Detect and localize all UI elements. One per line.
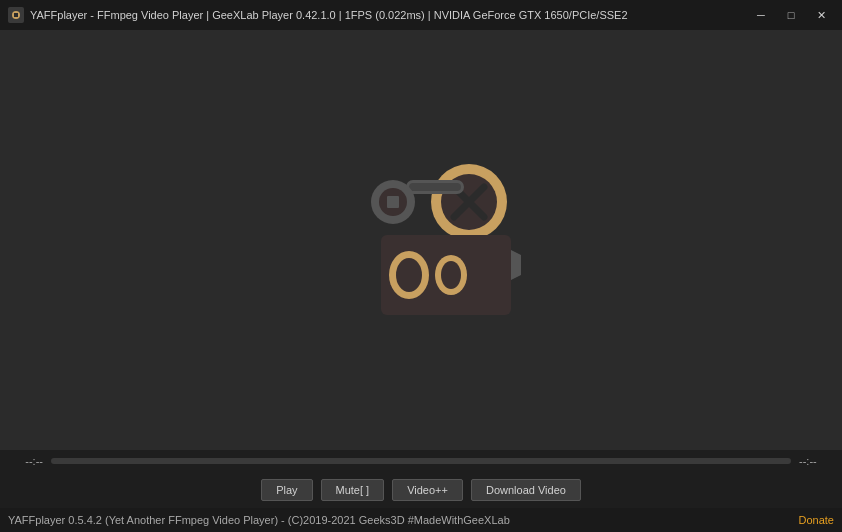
status-bar: YAFFplayer 0.5.4.2 (Yet Another FFmpeg V…	[0, 508, 842, 532]
mute-button[interactable]: Mute[ ]	[321, 479, 385, 501]
video-area	[0, 30, 842, 450]
progress-bar-area: --:-- --:--	[0, 450, 842, 472]
logo-container	[321, 140, 521, 340]
status-text: YAFFplayer 0.5.4.2 (Yet Another FFmpeg V…	[8, 514, 799, 526]
svg-point-14	[396, 258, 422, 292]
svg-rect-8	[409, 183, 461, 191]
svg-rect-2	[14, 13, 18, 17]
title-text: YAFFplayer - FFmpeg Video Player | GeeXL…	[30, 9, 628, 21]
svg-rect-11	[387, 196, 399, 208]
maximize-button[interactable]: □	[778, 5, 804, 25]
videopp-button[interactable]: Video++	[392, 479, 463, 501]
play-button[interactable]: Play	[261, 479, 312, 501]
minimize-button[interactable]: ─	[748, 5, 774, 25]
time-left: --:--	[8, 455, 43, 467]
svg-point-16	[441, 261, 461, 289]
title-bar: YAFFplayer - FFmpeg Video Player | GeeXL…	[0, 0, 842, 30]
app-logo	[321, 150, 521, 330]
progress-track[interactable]	[51, 458, 791, 464]
time-right: --:--	[799, 455, 834, 467]
close-button[interactable]: ✕	[808, 5, 834, 25]
donate-link[interactable]: Donate	[799, 514, 834, 526]
title-bar-left: YAFFplayer - FFmpeg Video Player | GeeXL…	[8, 7, 628, 23]
app-icon	[8, 7, 24, 23]
controls-bar: Play Mute[ ] Video++ Download Video	[0, 472, 842, 508]
window-controls: ─ □ ✕	[748, 5, 834, 25]
download-video-button[interactable]: Download Video	[471, 479, 581, 501]
svg-marker-17	[511, 250, 521, 280]
